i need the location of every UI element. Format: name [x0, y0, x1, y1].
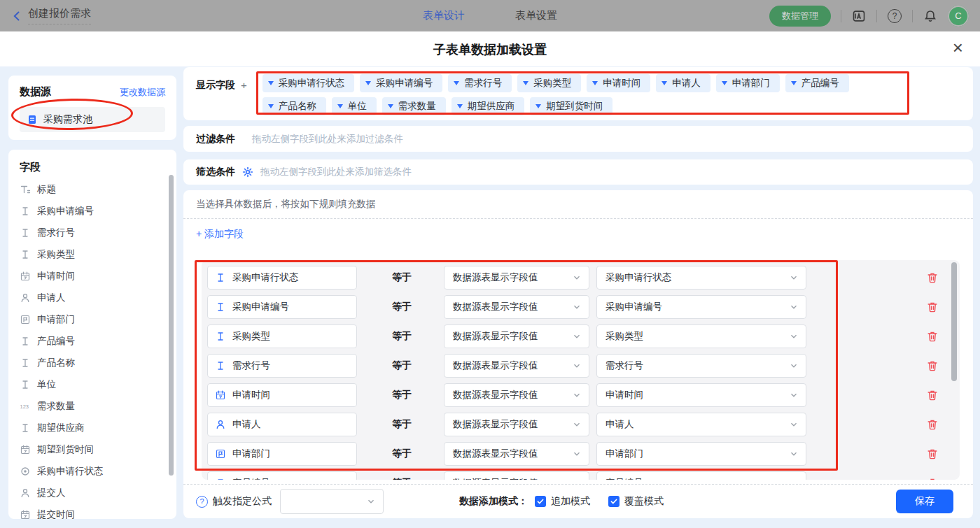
- rule-source-select[interactable]: 数据源表显示字段值: [444, 266, 589, 290]
- rule-source-select[interactable]: 数据源表显示字段值: [444, 295, 589, 319]
- field-item[interactable]: 需求行号: [20, 222, 176, 243]
- rule-target-select[interactable]: 采购申请编号: [596, 295, 806, 319]
- field-item[interactable]: 期望供应商: [20, 417, 176, 438]
- trash-icon[interactable]: [926, 418, 939, 431]
- field-item[interactable]: 产品名称: [20, 352, 176, 373]
- add-field-button[interactable]: + 添加字段: [196, 228, 244, 241]
- fields-scrollbar[interactable]: [169, 175, 174, 476]
- chevron-down-icon: [789, 331, 799, 341]
- chevron-down-icon: [789, 478, 799, 480]
- override-mode-checkbox[interactable]: [608, 496, 620, 507]
- title-icon: [20, 184, 31, 195]
- display-field-tag[interactable]: 期望供应商: [451, 97, 525, 115]
- display-field-tag[interactable]: 采购申请编号: [360, 74, 442, 92]
- filter-condition-panel[interactable]: 过滤条件 拖动左侧字段到此处来添加过滤条件: [183, 126, 973, 152]
- rule-target-select[interactable]: 采购申请行状态: [596, 266, 806, 290]
- number-icon: 123: [20, 401, 31, 412]
- rule-source-select[interactable]: 数据源表显示字段值: [444, 471, 589, 480]
- display-field-tag[interactable]: 需求行号: [448, 74, 512, 92]
- document-icon: [27, 114, 38, 125]
- rule-target-select[interactable]: 申请部门: [596, 442, 806, 466]
- display-field-tag[interactable]: 申请部门: [716, 74, 780, 92]
- modal-header: 子表单数据加载设置 ×: [0, 31, 980, 66]
- display-field-tag-row: 产品名称 单位 需求数量 期望供应商 期望到货时间: [262, 97, 849, 115]
- field-item[interactable]: 采购申请行状态: [20, 460, 176, 482]
- display-field-tag[interactable]: 采购类型: [517, 74, 581, 92]
- datasource-item[interactable]: 采购需求池: [20, 107, 165, 132]
- datasource-title: 数据源: [20, 85, 51, 99]
- append-mode-checkbox[interactable]: [535, 496, 546, 507]
- rule-source-select[interactable]: 数据源表显示字段值: [444, 383, 589, 407]
- display-field-tag[interactable]: 需求数量: [382, 97, 446, 115]
- rule-source-select[interactable]: 数据源表显示字段值: [444, 442, 589, 466]
- field-item[interactable]: 标题: [20, 178, 176, 200]
- field-item[interactable]: 采购类型: [20, 243, 176, 265]
- trash-icon[interactable]: [926, 448, 939, 460]
- field-item[interactable]: 提交时间: [20, 504, 176, 519]
- trash-icon[interactable]: [926, 477, 939, 480]
- display-field-tag[interactable]: 申请人: [656, 74, 710, 92]
- calendar-icon: [20, 271, 31, 282]
- calendar-icon: [20, 444, 31, 455]
- save-button[interactable]: 保存: [896, 490, 953, 513]
- display-field-tag[interactable]: 产品名称: [262, 97, 326, 115]
- rule-field[interactable]: 采购申请编号: [207, 295, 357, 319]
- rule-field[interactable]: 申请人: [207, 413, 357, 436]
- field-item[interactable]: 123 需求数量: [20, 395, 176, 417]
- person-icon: [20, 292, 31, 304]
- trash-icon[interactable]: [926, 271, 939, 284]
- rules-note: 当选择具体数据后，将按如下规则填充数据: [183, 190, 973, 211]
- display-field-tag[interactable]: 产品编号: [785, 74, 849, 92]
- rule-field[interactable]: 申请时间: [207, 383, 357, 407]
- field-item[interactable]: 申请部门: [20, 308, 176, 330]
- field-item[interactable]: 申请时间: [20, 265, 176, 287]
- rule-target-select[interactable]: 申请时间: [596, 383, 806, 407]
- rule-field[interactable]: 申请部门: [207, 442, 357, 466]
- trash-icon[interactable]: [926, 359, 939, 372]
- field-item[interactable]: 期望到货时间: [20, 438, 176, 460]
- rule-field[interactable]: 需求行号: [207, 354, 357, 378]
- trash-icon[interactable]: [926, 389, 939, 401]
- rules-footer: ? 触发指定公式 数据添加模式： 追加模式 覆盖模式 保存: [183, 485, 973, 518]
- field-item[interactable]: 申请人: [20, 287, 176, 308]
- rule-field[interactable]: 产品编号: [207, 471, 357, 480]
- rule-field[interactable]: 采购类型: [207, 324, 357, 348]
- display-field-tag[interactable]: 申请时间: [587, 74, 650, 92]
- screen-condition-panel[interactable]: 筛选条件 拖动左侧字段到此处来添加筛选条件: [183, 159, 973, 185]
- display-field-tag[interactable]: 单位: [332, 97, 377, 115]
- rule-source-select[interactable]: 数据源表显示字段值: [444, 354, 589, 378]
- change-datasource-link[interactable]: 更改数据源: [120, 86, 165, 99]
- trash-icon[interactable]: [926, 301, 939, 313]
- tab-form-settings[interactable]: 表单设置: [515, 9, 557, 22]
- rule-target-select[interactable]: 采购类型: [596, 324, 806, 348]
- field-item[interactable]: 提交人: [20, 482, 176, 504]
- rule-target-select[interactable]: 申请人: [596, 413, 806, 436]
- add-display-field-button[interactable]: +: [241, 79, 247, 120]
- formula-help-icon[interactable]: ?: [196, 496, 208, 508]
- field-item[interactable]: 产品编号: [20, 330, 176, 352]
- field-item[interactable]: 单位: [20, 373, 176, 395]
- rule-row: 采购申请行状态 等于 数据源表显示字段值 采购申请行状态: [207, 266, 960, 290]
- gear-icon[interactable]: [242, 166, 253, 178]
- display-field-tag-row: 采购申请行状态 采购申请编号 需求行号 采购类型 申请时间 申请人 申请部门 产…: [262, 74, 849, 92]
- chevron-down-icon: [789, 449, 799, 459]
- formula-select[interactable]: [280, 489, 384, 514]
- close-icon[interactable]: ×: [953, 37, 963, 59]
- field-item[interactable]: 采购申请编号: [20, 200, 176, 222]
- rule-target-select[interactable]: 需求行号: [596, 354, 806, 378]
- rule-source-select[interactable]: 数据源表显示字段值: [444, 324, 589, 348]
- rule-target-select[interactable]: 产品编号: [596, 471, 806, 480]
- rule-source-select[interactable]: 数据源表显示字段值: [444, 413, 589, 436]
- fields-title: 字段: [20, 161, 176, 174]
- rule-field[interactable]: 采购申请行状态: [207, 266, 357, 290]
- person-icon: [20, 487, 31, 499]
- trash-icon[interactable]: [926, 330, 939, 343]
- display-field-tag[interactable]: 采购申请行状态: [262, 74, 355, 92]
- rules-scrollbar[interactable]: [951, 262, 957, 381]
- text-icon: [20, 379, 31, 390]
- display-field-tag[interactable]: 期望到货时间: [530, 97, 612, 115]
- tab-form-design[interactable]: 表单设计: [423, 9, 465, 22]
- text-icon: [215, 478, 226, 480]
- chevron-down-icon: [366, 497, 376, 506]
- department-icon: [215, 448, 226, 459]
